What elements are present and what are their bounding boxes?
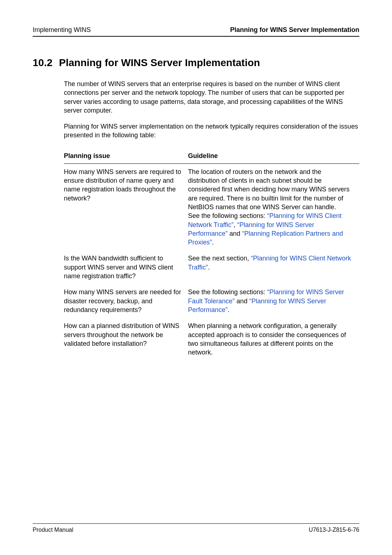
guideline-text: . <box>212 239 214 246</box>
col-header-guideline: Guideline <box>188 149 359 164</box>
guideline-text: . <box>228 306 229 313</box>
issue-cell: How can a planned distribution of WINS s… <box>64 318 188 360</box>
guideline-text: See the following sections: <box>188 212 267 219</box>
table-row: How can a planned distribution of WINS s… <box>64 318 359 360</box>
guideline-text: and <box>235 297 249 305</box>
guideline-cell: When planning a network configuration, a… <box>188 318 359 360</box>
guideline-text: The location of routers on the network a… <box>188 168 350 211</box>
issue-cell: How many WINS servers are needed for dis… <box>64 284 188 318</box>
guideline-cell: The location of routers on the network a… <box>188 163 359 250</box>
footer-left: Product Manual <box>33 527 73 533</box>
running-header: Implementing WINS Planning for WINS Serv… <box>33 26 359 37</box>
issue-cell: Is the WAN bandwidth sufficient to suppo… <box>64 250 188 284</box>
footer-right: U7613-J-Z815-6-76 <box>309 527 359 533</box>
guideline-text: See the following sections: <box>188 288 267 296</box>
planning-table: Planning issue Guideline How many WINS s… <box>64 149 359 361</box>
page-footer: Product Manual U7613-J-Z815-6-76 <box>33 523 359 533</box>
section-number: 10.2 <box>33 57 53 69</box>
guideline-cell: See the following sections: “Planning fo… <box>188 284 359 318</box>
table-row: How many WINS servers are required to en… <box>64 163 359 250</box>
section-title: Planning for WINS Server Implementation <box>59 57 260 69</box>
col-header-issue: Planning issue <box>64 149 188 164</box>
guideline-text: See the next section, <box>188 255 251 262</box>
guideline-text: and <box>228 230 242 237</box>
intro-paragraph-1: The number of WINS servers that an enter… <box>64 80 359 115</box>
intro-paragraph-2: Planning for WINS server implementation … <box>64 122 359 140</box>
guideline-text: . <box>208 264 210 271</box>
guideline-cell: See the next section, “Planning for WINS… <box>188 250 359 284</box>
guideline-text: , <box>234 221 237 228</box>
running-header-right: Planning for WINS Server Implementation <box>230 26 359 34</box>
issue-cell: How many WINS servers are required to en… <box>64 163 188 250</box>
section-heading: 10.2 Planning for WINS Server Implementa… <box>33 57 359 69</box>
table-row: How many WINS servers are needed for dis… <box>64 284 359 318</box>
running-header-left: Implementing WINS <box>33 26 91 34</box>
table-row: Is the WAN bandwidth sufficient to suppo… <box>64 250 359 284</box>
